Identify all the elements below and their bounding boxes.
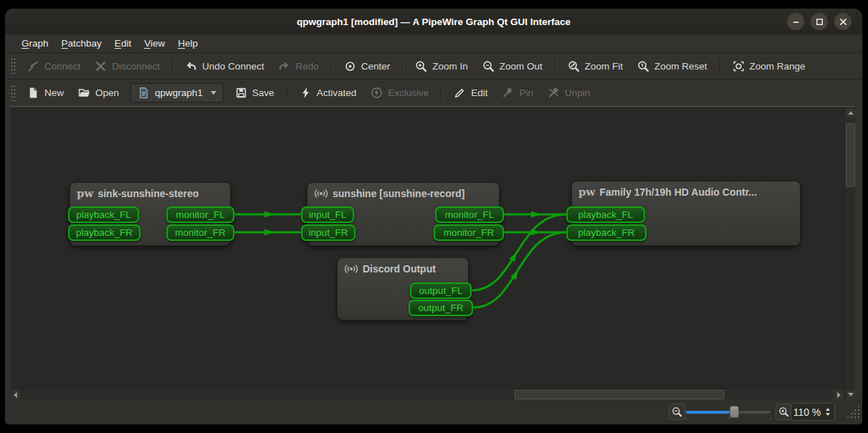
zoom-value: 110 % — [791, 406, 823, 418]
statusbar: 110 % — [5, 399, 862, 424]
zoom-in-icon — [778, 406, 789, 417]
zoom-spinbox[interactable]: 110 % — [791, 403, 835, 421]
spin-arrows[interactable] — [823, 408, 834, 416]
port-sunshine-input-fl[interactable]: input_FL — [301, 206, 354, 223]
edit-label: Edit — [471, 87, 487, 98]
pin-button[interactable]: Pin — [495, 83, 540, 103]
connect-button[interactable]: Connect — [20, 56, 87, 76]
menu-patchbay[interactable]: Patchbay — [55, 34, 108, 52]
menu-help[interactable]: Help — [171, 34, 204, 52]
zoom-in-button[interactable]: Zoom In — [408, 56, 475, 76]
zoom-out-icon — [672, 406, 682, 417]
port-discord-output-fl[interactable]: output_FL — [410, 282, 472, 299]
toolbar-separator — [402, 57, 403, 75]
port-sunshine-monitor-fr[interactable]: monitor_FR — [434, 224, 504, 241]
status-zoom-in-button[interactable] — [776, 404, 792, 420]
vertical-scroll-thumb[interactable] — [846, 123, 855, 187]
zoom-out-icon — [482, 60, 495, 72]
vertical-scrollbar[interactable] — [844, 108, 855, 400]
patchbay-file-icon — [138, 87, 150, 99]
window-title: qpwgraph1 [modified] — A PipeWire Graph … — [297, 16, 571, 27]
port-family-playback-fl[interactable]: playback_FL — [566, 206, 645, 223]
zoom-range-label: Zoom Range — [750, 61, 806, 72]
wire-arrow — [264, 229, 274, 236]
status-zoom-out-button[interactable] — [669, 404, 685, 420]
slider-fill — [686, 411, 730, 414]
app-window: qpwgraph1 [modified] — A PipeWire Graph … — [5, 9, 862, 424]
horizontal-scrollbar[interactable] — [10, 388, 844, 400]
zoom-reset-icon — [637, 60, 649, 72]
port-sink-playback-fr[interactable]: playback_FR — [68, 224, 140, 241]
pin-icon — [502, 87, 514, 99]
port-sunshine-monitor-fl[interactable]: monitor_FL — [435, 206, 504, 223]
zoom-out-button[interactable]: Zoom Out — [475, 56, 550, 76]
open-label: Open — [95, 87, 119, 98]
zoom-reset-label: Zoom Reset — [654, 61, 707, 72]
redo-icon — [278, 60, 290, 72]
wire-arrow — [531, 229, 540, 236]
maximize-button[interactable] — [811, 13, 828, 30]
zoom-range-button[interactable]: Zoom Range — [725, 56, 813, 76]
scroll-up-button[interactable] — [846, 108, 855, 118]
zoom-fit-icon — [568, 60, 580, 72]
unpin-button[interactable]: Unpin — [540, 83, 597, 103]
minimize-icon — [790, 16, 802, 28]
patchbay-select-value: qpwgraph1 — [155, 87, 203, 98]
chevron-down-icon — [211, 91, 216, 95]
port-sink-monitor-fr[interactable]: monitor_FR — [166, 224, 234, 241]
zoom-fit-label: Zoom Fit — [585, 61, 623, 72]
menu-view[interactable]: View — [138, 34, 171, 52]
maximize-icon — [814, 16, 826, 28]
toolbar-grip[interactable] — [11, 58, 16, 74]
open-button[interactable]: Open — [71, 83, 126, 103]
undo-connect-label: Undo Connect — [202, 61, 264, 72]
spin-up-icon — [826, 408, 830, 411]
zoom-fit-button[interactable]: Zoom Fit — [561, 56, 630, 76]
horizontal-scroll-thumb[interactable] — [515, 390, 725, 399]
scroll-down-button[interactable] — [846, 390, 855, 399]
wire-arrow — [264, 211, 274, 218]
toolbar-grip[interactable] — [11, 85, 16, 101]
menubar: Graph Patchbay Edit View Help — [5, 34, 862, 52]
port-sink-playback-fl[interactable]: playback_FL — [68, 206, 139, 223]
slider-handle[interactable] — [730, 406, 739, 418]
minimize-button[interactable] — [787, 13, 804, 30]
port-discord-output-fr[interactable]: output_FR — [409, 300, 473, 316]
resize-grip[interactable] — [846, 405, 859, 418]
edit-button[interactable]: Edit — [447, 83, 495, 103]
exclusive-button[interactable]: Exclusive — [363, 83, 436, 103]
close-button[interactable] — [834, 13, 852, 30]
toolbar-separator — [555, 57, 555, 75]
scroll-left-button[interactable] — [11, 390, 20, 399]
scroll-right-button[interactable] — [834, 390, 844, 399]
zoom-range-icon — [733, 60, 745, 72]
toolbar-separator — [172, 57, 173, 75]
unpin-icon — [548, 87, 560, 99]
save-label: Save — [252, 87, 275, 98]
titlebar: qpwgraph1 [modified] — A PipeWire Graph … — [5, 9, 862, 34]
undo-connect-button[interactable]: Undo Connect — [178, 56, 271, 76]
zoom-reset-button[interactable]: Zoom Reset — [630, 56, 715, 76]
port-sunshine-input-fr[interactable]: input_FR — [301, 224, 356, 241]
save-button[interactable]: Save — [228, 83, 282, 103]
port-sink-monitor-fl[interactable]: monitor_FL — [166, 206, 234, 223]
new-label: New — [44, 87, 64, 98]
graph-view: pwsink-sunshine-stereo sunshine [sunshin… — [10, 106, 855, 400]
pin-label: Pin — [519, 87, 533, 98]
menu-edit[interactable]: Edit — [108, 34, 138, 52]
toolbar-separator — [720, 57, 720, 75]
new-button[interactable]: New — [20, 83, 71, 103]
bolt-icon — [300, 87, 312, 99]
port-family-playback-fr[interactable]: playback_FR — [566, 224, 647, 241]
wire-outputFR-playbackFR[interactable] — [473, 232, 566, 308]
menu-graph[interactable]: Graph — [15, 34, 55, 52]
activated-button[interactable]: Activated — [292, 83, 364, 103]
disconnect-button[interactable]: Disconnect — [87, 56, 167, 76]
graph-canvas[interactable]: pwsink-sunshine-stereo sunshine [sunshin… — [10, 108, 844, 388]
center-button[interactable]: Center — [337, 56, 398, 76]
connection-wires — [10, 108, 844, 388]
spin-down-icon — [826, 413, 830, 416]
redo-button[interactable]: Redo — [271, 56, 325, 76]
patchbay-select[interactable]: qpwgraph1 — [130, 83, 224, 103]
zoom-slider[interactable] — [686, 404, 771, 420]
